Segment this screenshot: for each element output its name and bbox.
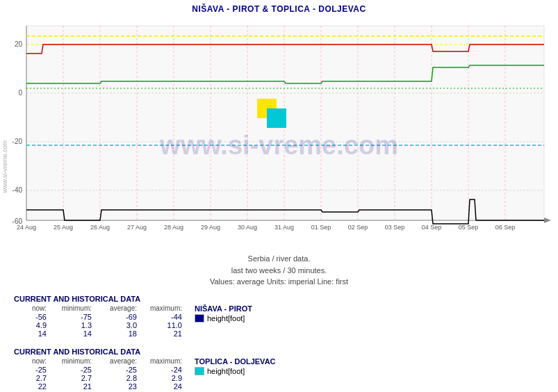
s2-col-avg-label: average:: [97, 357, 142, 365]
svg-marker-24: [544, 218, 551, 223]
svg-text:04 Sep: 04 Sep: [422, 224, 442, 231]
section1-station: NIŠAVA - PIROT: [195, 304, 252, 313]
section2-header: CURRENT AND HISTORICAL DATA: [14, 348, 544, 356]
svg-text:26 Aug: 26 Aug: [90, 224, 110, 231]
page: NIŠAVA - PIROT & TOPLICA - DOLJEVAC www.…: [0, 0, 558, 392]
section2-legend-label: height[foot]: [207, 367, 245, 375]
svg-text:02 Sep: 02 Sep: [348, 224, 368, 231]
s2r1c3: -25: [97, 366, 142, 374]
svg-text:25 Aug: 25 Aug: [54, 224, 73, 231]
section2-legend-box: [195, 367, 204, 375]
svg-text:24 Aug: 24 Aug: [17, 224, 36, 231]
section2-row1: -25 -25 -25 -24: [14, 366, 188, 374]
s2r2c2: 2.7: [52, 374, 97, 382]
svg-text:01 Sep: 01 Sep: [311, 224, 331, 231]
chart-description: Serbia / river data. last two weeks / 30…: [0, 252, 558, 291]
s1r2c2: 1.3: [52, 321, 97, 329]
svg-text:03 Sep: 03 Sep: [385, 224, 405, 231]
chart-title: NIŠAVA - PIROT & TOPLICA - DOLJEVAC: [0, 0, 558, 15]
section1-row1: -56 -75 -69 -44: [14, 313, 188, 321]
section1-legend: height[foot]: [195, 314, 252, 322]
svg-text:29 Aug: 29 Aug: [201, 224, 220, 231]
s2r1c2: -25: [52, 366, 97, 374]
s1r3c3: 18: [97, 329, 142, 338]
s2-col-now-label: now:: [14, 357, 52, 365]
s2r1c4: -24: [142, 366, 188, 374]
s2r3c1: 22: [14, 382, 52, 391]
svg-text:05 Sep: 05 Sep: [459, 224, 479, 231]
s2r3c2: 21: [52, 382, 97, 391]
desc-line1: Serbia / river data.: [0, 253, 558, 265]
section1-legend-label: height[foot]: [207, 314, 245, 322]
col-avg-label: average:: [97, 304, 142, 312]
section2-col-headers: now: minimum: average: maximum:: [14, 357, 188, 365]
col-max-label: maximum:: [142, 304, 188, 312]
section2-legend: height[foot]: [195, 367, 276, 375]
section1-header: CURRENT AND HISTORICAL DATA: [14, 295, 544, 303]
s1r1c1: -56: [14, 313, 52, 321]
section1-legend-box: [195, 314, 204, 322]
s2r3c3: 23: [97, 382, 142, 391]
s2r1c1: -25: [14, 366, 52, 374]
svg-text:-40: -40: [13, 186, 23, 194]
side-label: www.si-vreme.com: [1, 140, 8, 193]
svg-text:20: 20: [15, 40, 23, 48]
s1r3c1: 14: [14, 329, 52, 338]
s2r2c3: 2.8: [97, 374, 142, 382]
desc-line2: last two weeks / 30 minutes.: [0, 265, 558, 277]
s2r2c4: 2.9: [142, 374, 188, 382]
chart-area: www.si-vreme.com www.si-vreme.com 20 0 -…: [0, 15, 558, 252]
section1-col-headers: now: minimum: average: maximum:: [14, 304, 188, 312]
data-section-1: CURRENT AND HISTORICAL DATA now: minimum…: [0, 291, 558, 339]
section1-data-cols: now: minimum: average: maximum: -56 -75 …: [14, 304, 188, 338]
s1r1c3: -69: [97, 313, 142, 321]
s2-col-max-label: maximum:: [142, 357, 188, 365]
section1-row3: 14 14 18 21: [14, 329, 188, 338]
svg-text:06 Sep: 06 Sep: [495, 224, 516, 231]
s1r1c4: -44: [142, 313, 188, 321]
s1r3c2: 14: [52, 329, 97, 338]
svg-text:28 Aug: 28 Aug: [164, 224, 183, 231]
svg-text:-20: -20: [13, 138, 23, 145]
s1r3c4: 21: [142, 329, 188, 338]
svg-text:30 Aug: 30 Aug: [238, 224, 257, 231]
section2-data-cols: now: minimum: average: maximum: -25 -25 …: [14, 357, 188, 391]
chart-svg: 20 0 -20 -40 -60: [0, 15, 558, 234]
s1r2c1: 4.9: [14, 321, 52, 329]
svg-text:0: 0: [18, 89, 22, 97]
s2-col-min-label: minimum:: [52, 357, 97, 365]
section1-row-info: now: minimum: average: maximum: -56 -75 …: [14, 304, 544, 338]
section2-row2: 2.7 2.7 2.8 2.9: [14, 374, 188, 382]
section1-station-info: NIŠAVA - PIROT height[foot]: [195, 304, 252, 322]
s2r2c1: 2.7: [14, 374, 52, 382]
s1r2c3: 3.0: [97, 321, 142, 329]
section2-row-info: now: minimum: average: maximum: -25 -25 …: [14, 357, 544, 391]
s1r2c4: 11.0: [142, 321, 188, 329]
section2-station-info: TOPLICA - DOLJEVAC height[foot]: [195, 357, 276, 375]
section1-row2: 4.9 1.3 3.0 11.0: [14, 321, 188, 329]
section2-row3: 22 21 23 24: [14, 382, 188, 391]
s1r1c2: -75: [52, 313, 97, 321]
desc-line3: Values: average Units: imperial Line: fi…: [0, 276, 558, 288]
svg-rect-0: [26, 26, 544, 220]
data-section-2: CURRENT AND HISTORICAL DATA now: minimum…: [0, 343, 558, 392]
svg-text:31 Aug: 31 Aug: [274, 224, 294, 231]
col-now-label: now:: [14, 304, 52, 312]
section2-station: TOPLICA - DOLJEVAC: [195, 357, 276, 366]
svg-text:27 Aug: 27 Aug: [127, 224, 147, 231]
s2r3c4: 24: [142, 382, 188, 391]
col-min-label: minimum:: [52, 304, 97, 312]
